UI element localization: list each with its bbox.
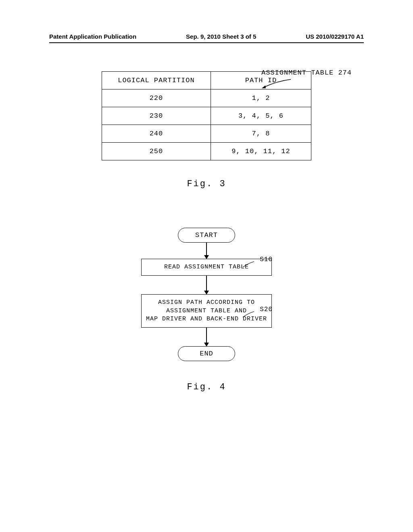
leader-line-icon (261, 79, 293, 88)
cell-path: 7, 8 (211, 125, 311, 143)
header-patent-id: US 2010/0229170 A1 (306, 33, 364, 40)
figure-4-caption: Fig. 4 (0, 382, 413, 392)
header-publication: Patent Application Publication (49, 33, 136, 40)
table-row: 240 7, 8 (102, 125, 311, 143)
cell-path: 9, 10, 11, 12 (211, 143, 311, 160)
step-s10-label: S10 (260, 256, 273, 263)
header-date-sheet: Sep. 9, 2010 Sheet 3 of 5 (186, 33, 256, 40)
flow-end: END (178, 346, 235, 361)
page-header: Patent Application Publication Sep. 9, 2… (49, 33, 364, 40)
leader-line-icon (242, 311, 256, 318)
svg-marker-0 (262, 85, 266, 88)
table-row: 220 1, 2 (102, 89, 311, 107)
assignment-table-label: ASSIGNMENT TABLE 274 (261, 69, 352, 77)
cell-partition: 250 (102, 143, 211, 160)
leader-line-icon (242, 261, 256, 268)
flow-start: START (178, 228, 235, 243)
flow-arrow-icon (206, 243, 207, 259)
header-rule (49, 42, 364, 43)
figure-3-caption: Fig. 3 (102, 179, 311, 189)
col-logical-partition: LOGICAL PARTITION (102, 72, 211, 89)
step-s20-label: S20 (260, 306, 273, 313)
cell-partition: 220 (102, 89, 211, 107)
figure-3: ASSIGNMENT TABLE 274 LOGICAL PARTITION P… (102, 71, 311, 189)
table-row: 230 3, 4, 5, 6 (102, 107, 311, 125)
flow-arrow-icon (206, 276, 207, 294)
cell-path: 3, 4, 5, 6 (211, 107, 311, 125)
cell-path: 1, 2 (211, 89, 311, 107)
figure-4-flowchart: START S10 READ ASSIGNMENT TABLE S20 ASSI… (138, 228, 275, 361)
cell-partition: 230 (102, 107, 211, 125)
cell-partition: 240 (102, 125, 211, 143)
flow-arrow-icon (206, 328, 207, 346)
table-row: 250 9, 10, 11, 12 (102, 143, 311, 160)
